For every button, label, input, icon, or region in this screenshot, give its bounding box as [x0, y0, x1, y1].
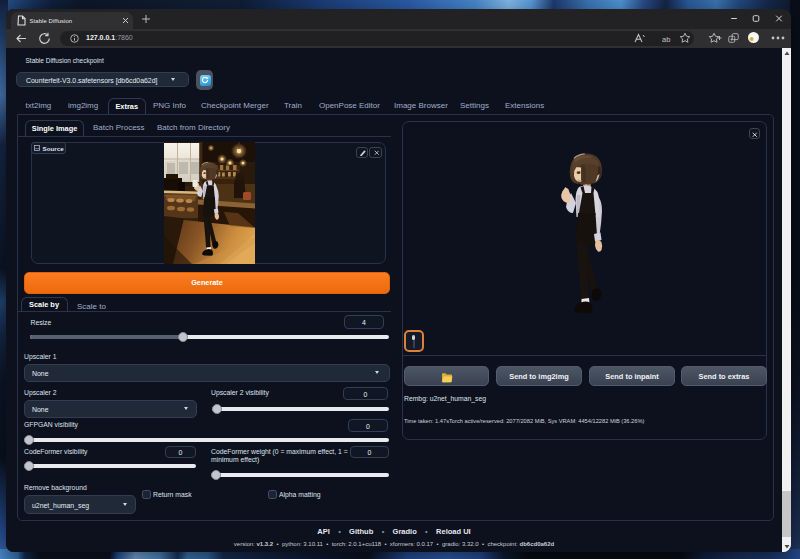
svg-text:ab: ab [662, 35, 670, 43]
